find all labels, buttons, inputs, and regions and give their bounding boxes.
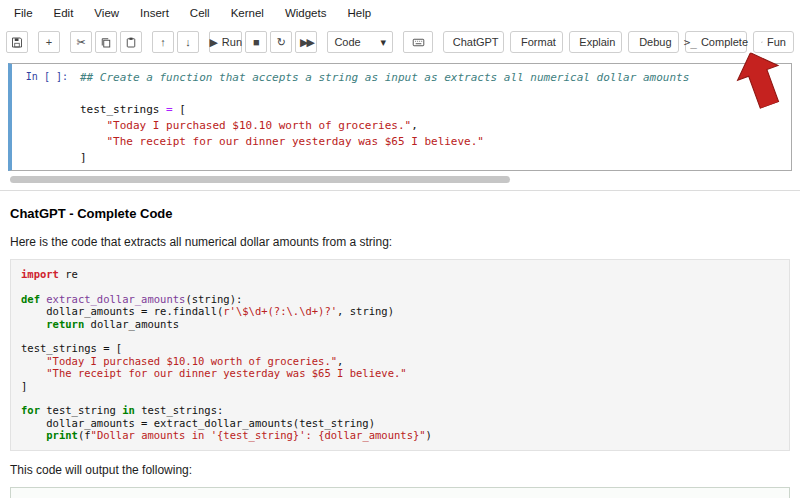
chatgpt-label: ChatGPT [453, 36, 499, 48]
code-line: dollar_amounts = extract_dollar_amounts(… [21, 417, 779, 429]
cell-type-value: Code [334, 36, 360, 48]
keyboard-icon [411, 36, 426, 49]
save-button[interactable] [6, 31, 28, 53]
menu-view[interactable]: View [94, 7, 119, 19]
format-button[interactable]: Format [510, 31, 562, 53]
run-button[interactable]: ▶ Run [209, 31, 242, 53]
paste-cell-button[interactable] [120, 31, 142, 53]
stop-icon: ■ [253, 37, 260, 48]
code-line: ## Create a function that accepts a stri… [80, 70, 787, 86]
code-token: "Today I purchased $10.10 worth of groce… [46, 355, 337, 367]
format-label: Format [521, 36, 556, 48]
code-token: import [21, 268, 59, 280]
horizontal-scrollbar[interactable] [10, 176, 510, 183]
code-token: re [59, 268, 78, 280]
jupyter-notebook-window: File Edit View Insert Cell Kernel Widget… [0, 0, 800, 498]
code-line: "Today I purchased $10.10 worth of groce… [80, 118, 787, 134]
toolbar: + ✂ ↑ ↓ ▶ Run ■ ↻ ▶▶ Code ▾ ChatGPT Form [0, 26, 800, 58]
code-token: test_strings: [135, 404, 224, 416]
code-token: = [166, 103, 173, 116]
code-token: ## Create a function that accepts a stri… [80, 71, 689, 84]
menu-file[interactable]: File [14, 7, 33, 19]
menu-help[interactable]: Help [347, 7, 371, 19]
code-token: dollar_amounts = extract_dollar_amounts(… [21, 417, 375, 429]
chatgpt-response-panel: ChatGPT - Complete Code Here is the code… [0, 191, 800, 498]
code-line: "The receipt for our dinner yesterday wa… [80, 134, 787, 150]
code-line: for test_string in test_strings: [21, 404, 779, 416]
code-token: dollar_amounts [84, 318, 179, 330]
complete-label: Complete [701, 36, 748, 48]
code-token: [ [173, 103, 186, 116]
debug-button[interactable]: Debug [628, 31, 679, 53]
chevron-down-icon: ▾ [381, 36, 387, 49]
add-cell-button[interactable]: + [38, 31, 60, 53]
code-token: r'\$\d+(?:\.\d+)?' [223, 305, 337, 317]
code-line: dollar_amounts = re.findall(r'\$\d+(?:\.… [21, 305, 779, 317]
cell-type-dropdown[interactable]: Code ▾ [327, 31, 393, 53]
debug-label: Debug [639, 36, 671, 48]
code-cell[interactable]: In [ ]: ## Create a function that accept… [8, 63, 792, 171]
menu-kernel[interactable]: Kernel [231, 7, 264, 19]
move-cell-down-button[interactable]: ↓ [177, 31, 199, 53]
response-outro: This code will output the following: [10, 463, 790, 477]
menu-edit[interactable]: Edit [54, 7, 74, 19]
code-token: test_string [40, 404, 122, 416]
code-token: for [21, 404, 40, 416]
plus-icon: + [46, 37, 52, 48]
code-line [80, 86, 787, 102]
code-line: ] [21, 380, 779, 392]
cell-code-editor[interactable]: ## Create a function that accepts a stri… [76, 64, 791, 170]
restart-kernel-button[interactable]: ↻ [270, 31, 292, 53]
code-line: test_strings = [ [21, 342, 779, 354]
save-icon [11, 36, 23, 49]
menu-cell[interactable]: Cell [190, 7, 210, 19]
menu-widgets[interactable]: Widgets [285, 7, 327, 19]
command-palette-button[interactable] [403, 31, 433, 53]
cut-cell-button[interactable]: ✂ [70, 31, 92, 53]
code-token: ] [80, 151, 87, 164]
code-line: print(f"Dollar amounts in '{test_string}… [21, 429, 779, 441]
complete-button[interactable]: >_ Complete [685, 31, 747, 53]
notebook-area: In [ ]: ## Create a function that accept… [0, 58, 800, 191]
code-token: ] [21, 380, 27, 392]
arrow-down-icon: ↓ [185, 37, 191, 48]
run-label: Run [222, 36, 242, 48]
code-line: "Today I purchased $10.10 worth of groce… [21, 355, 779, 367]
code-line: import re [21, 268, 779, 280]
code-line [21, 392, 779, 404]
restart-run-all-button[interactable]: ▶▶ [295, 31, 317, 53]
code-line: return dollar_amounts [21, 318, 779, 330]
fun-button[interactable]: Fun [753, 31, 794, 53]
code-token [80, 135, 107, 148]
code-token: (string): [185, 293, 242, 305]
code-token: , [411, 119, 418, 132]
code-token: in [122, 404, 135, 416]
interrupt-kernel-button[interactable]: ■ [245, 31, 267, 53]
code-line [21, 280, 779, 292]
response-code-block: import re def extract_dollar_amounts(str… [10, 259, 790, 451]
response-intro: Here is the code that extracts all numer… [10, 235, 790, 249]
cell-input-prompt: In [ ]: [12, 64, 76, 170]
response-output-block: Dollar amounts in 'Today I purchased $10… [10, 487, 790, 498]
code-token: dollar_amounts = re.findall( [21, 305, 223, 317]
paste-icon [125, 36, 137, 49]
chatgpt-button[interactable]: ChatGPT [443, 31, 504, 53]
move-cell-up-button[interactable]: ↑ [152, 31, 174, 53]
code-token: "The receipt for our dinner yesterday wa… [46, 367, 406, 379]
copy-icon [100, 36, 112, 49]
code-token: test_strings [80, 103, 166, 116]
party-popper-icon [761, 36, 763, 48]
copy-cell-button[interactable] [95, 31, 117, 53]
code-line: test_strings = [ [80, 102, 787, 118]
menu-insert[interactable]: Insert [140, 7, 169, 19]
code-token: return [46, 318, 84, 330]
code-line: ] [80, 150, 787, 166]
code-token: , [337, 355, 343, 367]
menubar: File Edit View Insert Cell Kernel Widget… [0, 0, 800, 26]
explain-button[interactable]: Explain [569, 31, 622, 53]
code-token: (f [78, 429, 91, 441]
code-line: def extract_dollar_amounts(string): [21, 293, 779, 305]
code-token: def [21, 293, 40, 305]
scissors-icon: ✂ [76, 37, 85, 48]
code-token: ) [426, 429, 432, 441]
